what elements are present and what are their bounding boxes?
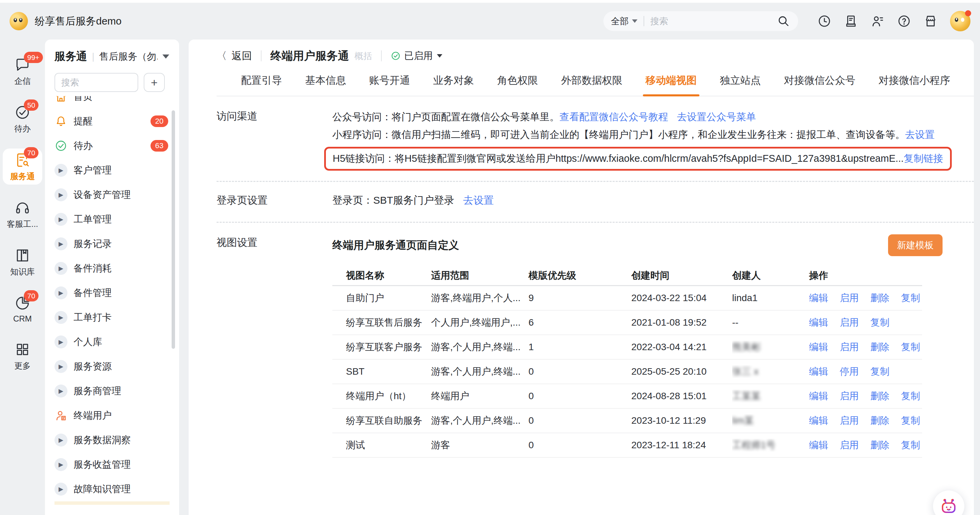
action-删除[interactable]: 删除: [870, 414, 889, 427]
sidebar-item-label: 服务收益管理: [73, 458, 131, 471]
action-编辑[interactable]: 编辑: [809, 439, 828, 452]
tab-对接微信公众号[interactable]: 对接微信公众号: [784, 73, 855, 88]
sidebar-search-input[interactable]: [54, 73, 138, 92]
action-删除[interactable]: 删除: [870, 292, 889, 305]
sidebar-item-工单管理[interactable]: ▶工单管理: [54, 207, 170, 231]
expander-icon[interactable]: ▶: [54, 458, 67, 471]
expander-icon[interactable]: ▶: [54, 483, 67, 496]
expander-icon[interactable]: ▶: [54, 311, 67, 324]
login-setup-link[interactable]: 去设置: [463, 195, 494, 206]
search-scope-select[interactable]: 全部: [611, 15, 628, 27]
sidebar-item-提醒[interactable]: 提醒20: [54, 109, 170, 134]
tab-角色权限[interactable]: 角色权限: [497, 73, 538, 88]
expander-icon[interactable]: ▶: [54, 262, 67, 275]
expander-icon[interactable]: ▶: [54, 188, 67, 201]
action-复制[interactable]: 复制: [901, 341, 920, 354]
expander-icon[interactable]: ▶: [54, 164, 67, 177]
tab-账号开通[interactable]: 账号开通: [369, 73, 410, 88]
action-启用[interactable]: 启用: [840, 439, 859, 452]
rail-item-待办[interactable]: 50待办: [3, 101, 42, 137]
sidebar-item-客户管理[interactable]: ▶客户管理: [54, 158, 170, 183]
report-device-icon[interactable]: [844, 14, 858, 28]
action-复制[interactable]: 复制: [901, 414, 920, 427]
rail-item-客服工...[interactable]: 客服工...: [3, 196, 42, 232]
ai-assistant-button[interactable]: [933, 491, 964, 515]
action-编辑[interactable]: 编辑: [809, 414, 828, 427]
expander-icon[interactable]: ▶: [54, 238, 67, 250]
scope: 终端用户: [431, 390, 528, 403]
sidebar-item-待办[interactable]: 待办63: [54, 134, 170, 158]
action-启用[interactable]: 启用: [840, 316, 859, 329]
user-avatar[interactable]: [950, 11, 970, 31]
global-search[interactable]: 全部 搜索: [603, 11, 798, 31]
expander-icon[interactable]: ▶: [54, 384, 67, 397]
sidebar-app-switcher[interactable]: 售后服务（勿...: [99, 50, 158, 63]
rail-item-服务通[interactable]: 70服务通: [3, 148, 42, 185]
action-复制[interactable]: 复制: [901, 439, 920, 452]
search-icon[interactable]: [776, 14, 791, 28]
action-复制[interactable]: 复制: [901, 390, 920, 403]
action-编辑[interactable]: 编辑: [809, 365, 828, 378]
action-复制[interactable]: 复制: [870, 365, 889, 378]
sidebar-scrollbar[interactable]: [172, 110, 175, 349]
sidebar-item-备件管理[interactable]: ▶备件管理: [54, 281, 170, 305]
app-store-icon[interactable]: [923, 14, 938, 28]
action-编辑[interactable]: 编辑: [809, 390, 828, 403]
action-编辑[interactable]: 编辑: [809, 316, 828, 329]
tab-配置引导[interactable]: 配置引导: [241, 73, 282, 88]
action-编辑[interactable]: 编辑: [809, 292, 828, 305]
rail-item-知识库[interactable]: 知识库: [3, 244, 42, 280]
tab-业务对象[interactable]: 业务对象: [433, 73, 474, 88]
rail-item-更多[interactable]: 更多: [3, 338, 42, 374]
set-menu-link[interactable]: 去设置公众号菜单: [677, 112, 756, 122]
add-button[interactable]: +: [144, 73, 165, 92]
help-icon[interactable]: [897, 14, 911, 28]
status-dropdown[interactable]: 已启用: [391, 49, 442, 62]
clock-icon[interactable]: [817, 14, 832, 28]
tab-外部数据权限[interactable]: 外部数据权限: [561, 73, 622, 88]
action-复制[interactable]: 复制: [870, 316, 889, 329]
view-tutorial-link[interactable]: 查看配置微信公众号教程: [560, 112, 668, 122]
go-setup-link[interactable]: 去设置: [905, 129, 935, 140]
contacts-icon[interactable]: [870, 14, 885, 28]
sidebar-item-服务商管理[interactable]: ▶服务商管理: [54, 379, 170, 403]
action-删除[interactable]: 删除: [870, 439, 889, 452]
action-编辑[interactable]: 编辑: [809, 341, 828, 354]
expander-icon[interactable]: ▶: [54, 434, 67, 446]
action-删除[interactable]: 删除: [870, 390, 889, 403]
sidebar-item-终端用户[interactable]: 终端用户: [54, 403, 170, 428]
action-启用[interactable]: 启用: [840, 341, 859, 354]
tab-基本信息[interactable]: 基本信息: [305, 73, 346, 88]
action-启用[interactable]: 启用: [840, 414, 859, 427]
copy-link-button[interactable]: 复制链接: [904, 152, 943, 166]
new-template-button[interactable]: 新建模板: [888, 234, 943, 256]
sidebar-item-首页[interactable]: 首页: [54, 96, 170, 109]
rail-item-CRM[interactable]: 70CRM: [3, 292, 42, 326]
sidebar-header[interactable]: 服务通 | 售后服务（勿...: [54, 49, 170, 64]
action-启用[interactable]: 启用: [840, 390, 859, 403]
expander-icon[interactable]: ▶: [54, 213, 67, 226]
sidebar-item-故障知识管理[interactable]: ▶故障知识管理: [54, 477, 170, 501]
action-停用[interactable]: 停用: [840, 365, 859, 378]
sidebar-item-系统设置[interactable]: 系统设置: [54, 501, 170, 505]
sidebar-item-备件消耗[interactable]: ▶备件消耗: [54, 256, 170, 281]
action-删除[interactable]: 删除: [870, 341, 889, 354]
expander-icon[interactable]: ▶: [54, 335, 67, 348]
sidebar-item-服务数据洞察[interactable]: ▶服务数据洞察: [54, 428, 170, 452]
sidebar-item-设备资产管理[interactable]: ▶设备资产管理: [54, 183, 170, 207]
action-复制[interactable]: 复制: [901, 292, 920, 305]
expander-icon[interactable]: ▶: [54, 287, 67, 300]
sidebar-item-工单打卡[interactable]: ▶工单打卡: [54, 305, 170, 330]
rail-item-企信[interactable]: 99+企信: [3, 53, 42, 89]
back-button[interactable]: 〈 返回: [216, 49, 252, 63]
sidebar-item-服务收益管理[interactable]: ▶服务收益管理: [54, 452, 170, 477]
expander-icon[interactable]: ▶: [54, 360, 67, 373]
search-input[interactable]: 搜索: [651, 15, 776, 27]
tab-移动端视图[interactable]: 移动端视图: [646, 73, 697, 88]
sidebar-item-个人库[interactable]: ▶个人库: [54, 330, 170, 354]
tab-对接微信小程序[interactable]: 对接微信小程序: [878, 73, 950, 88]
sidebar-item-服务记录[interactable]: ▶服务记录: [54, 231, 170, 256]
sidebar-item-服务资源[interactable]: ▶服务资源: [54, 354, 170, 379]
tab-独立站点[interactable]: 独立站点: [720, 73, 761, 88]
action-启用[interactable]: 启用: [840, 292, 859, 305]
